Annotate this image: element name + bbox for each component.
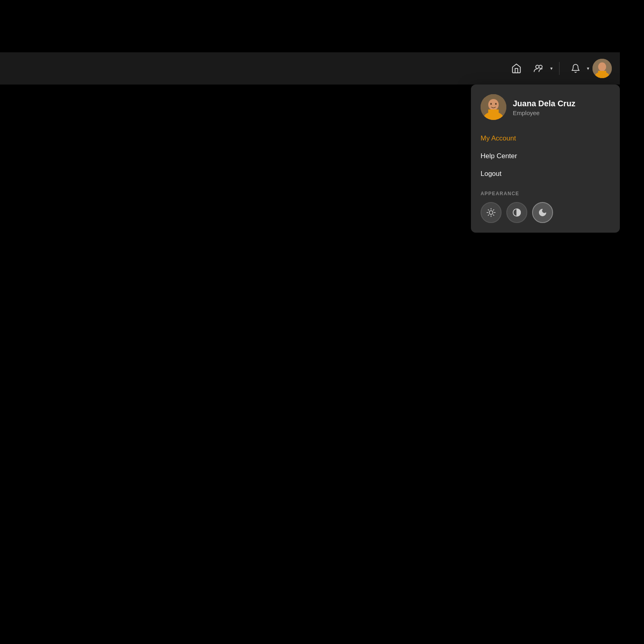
appearance-buttons bbox=[481, 202, 610, 223]
bell-nav-group[interactable]: ▾ bbox=[566, 59, 589, 78]
svg-point-12 bbox=[489, 211, 493, 214]
people-chevron-icon: ▾ bbox=[550, 66, 553, 71]
navbar: ▾ ▾ bbox=[0, 52, 620, 85]
svg-line-20 bbox=[493, 210, 494, 210]
svg-point-0 bbox=[536, 65, 539, 68]
svg-point-3 bbox=[598, 62, 606, 71]
logout-menu-item[interactable]: Logout bbox=[481, 165, 610, 183]
home-nav-group[interactable] bbox=[507, 59, 526, 78]
svg-line-16 bbox=[493, 215, 494, 215]
svg-line-15 bbox=[488, 210, 489, 210]
user-avatar-button[interactable] bbox=[592, 59, 612, 78]
user-role: Employee bbox=[513, 109, 576, 116]
svg-point-11 bbox=[495, 103, 497, 105]
appearance-label: APPEARANCE bbox=[481, 191, 610, 196]
user-profile-section: Juana Dela Cruz Employee bbox=[481, 94, 610, 120]
user-dropdown-menu: Juana Dela Cruz Employee My Account Help… bbox=[471, 85, 620, 233]
svg-point-7 bbox=[488, 99, 499, 110]
navbar-divider bbox=[559, 62, 559, 75]
bell-button[interactable] bbox=[566, 59, 585, 78]
people-button[interactable] bbox=[529, 59, 549, 78]
menu-items: My Account Help Center Logout bbox=[481, 130, 610, 183]
svg-rect-9 bbox=[488, 109, 499, 120]
home-button[interactable] bbox=[507, 59, 526, 78]
bell-chevron-icon: ▾ bbox=[587, 66, 589, 71]
people-nav-group[interactable]: ▾ bbox=[529, 59, 553, 78]
appearance-section: APPEARANCE bbox=[481, 191, 610, 223]
dark-mode-button[interactable] bbox=[532, 202, 553, 223]
user-name: Juana Dela Cruz bbox=[513, 98, 576, 109]
user-info: Juana Dela Cruz Employee bbox=[513, 98, 576, 116]
svg-line-19 bbox=[488, 215, 489, 215]
my-account-menu-item[interactable]: My Account bbox=[481, 130, 610, 147]
avatar bbox=[481, 94, 506, 120]
svg-point-10 bbox=[490, 103, 492, 105]
contrast-mode-button[interactable] bbox=[506, 202, 527, 223]
svg-rect-5 bbox=[598, 71, 606, 78]
light-mode-button[interactable] bbox=[481, 202, 502, 223]
svg-point-1 bbox=[539, 65, 542, 68]
help-center-menu-item[interactable]: Help Center bbox=[481, 147, 610, 165]
